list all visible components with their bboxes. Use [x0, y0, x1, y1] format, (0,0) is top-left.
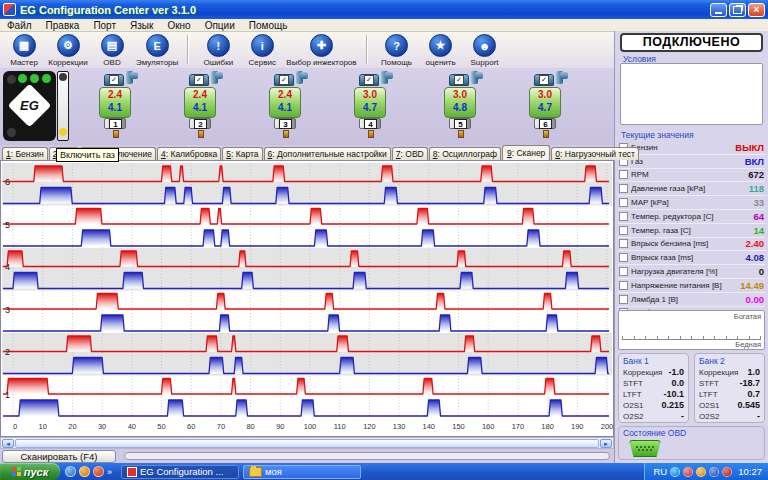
x-axis-tick-label: 110 [334, 422, 346, 431]
x-axis-tick-label: 170 [512, 422, 525, 431]
obd-button[interactable]: ▤OBD [90, 34, 134, 67]
logo-dot-green [30, 74, 39, 83]
tab-8[interactable]: 8: Осциллограф [429, 147, 501, 160]
support-button[interactable]: ☻Support [463, 34, 507, 67]
current-values-label: Текущие значения [621, 130, 694, 140]
quick-launch: » [60, 466, 117, 477]
value-checkbox[interactable] [619, 295, 628, 304]
service-button[interactable]: iСервис [240, 34, 284, 67]
injector-nozzle [198, 130, 204, 138]
help-icon: ? [385, 34, 408, 57]
tab-10[interactable]: 0: Нагрузочный тест [551, 147, 639, 160]
x-axis-tick-label: 120 [363, 422, 376, 431]
conditions-listbox[interactable] [620, 63, 763, 125]
scroll-left-icon[interactable]: ◄ [2, 439, 14, 448]
taskbar: пуск » EG Configuration ...моя RU 10:27 [0, 463, 768, 480]
injector-checkbox[interactable]: ✓ [539, 75, 549, 85]
close-button[interactable]: × [748, 3, 765, 17]
bank-row-value: 0.7 [747, 389, 760, 400]
injector-checkbox[interactable]: ✓ [364, 75, 374, 85]
tray-icon-2[interactable] [683, 467, 693, 477]
quick-launch-icon-3[interactable] [93, 466, 104, 477]
value-number: 2.40 [746, 238, 765, 249]
menu-item-Язык[interactable]: Язык [123, 20, 160, 31]
injector-checkbox[interactable]: ✓ [194, 75, 204, 85]
lambda-tick [760, 336, 761, 339]
start-button[interactable]: пуск [0, 463, 60, 480]
bank-row-value: 1.0 [747, 367, 760, 378]
toolbar-label: OBD [103, 58, 120, 67]
value-checkbox[interactable] [619, 170, 628, 179]
value-row: Давление газа [kPa]118 [618, 182, 765, 196]
toolbar-label: Ошибки [203, 58, 233, 67]
tray-icon-1[interactable] [670, 467, 680, 477]
bank-row: Коррекция1.0 [699, 367, 760, 378]
scroll-right-icon[interactable]: ► [600, 439, 612, 448]
injector-checkbox[interactable]: ✓ [454, 75, 464, 85]
menu-item-Опции[interactable]: Опции [198, 20, 242, 31]
quick-launch-overflow-icon[interactable]: » [107, 467, 112, 477]
tray-icon-5[interactable] [722, 467, 732, 477]
tab-1[interactable]: 1: Бензин [2, 147, 48, 160]
channel-label-2: 2 [5, 347, 10, 357]
lambda-tick [703, 336, 704, 339]
obd-status-box: Состояние OBD [618, 426, 765, 460]
bank-row-label: O2S1 [699, 400, 719, 411]
errors-button[interactable]: !Ошибки [196, 34, 240, 67]
minimize-button[interactable] [710, 3, 727, 17]
help-button[interactable]: ?Помощь [375, 34, 419, 67]
menu-item-Помощь[interactable]: Помощь [242, 20, 295, 31]
value-checkbox[interactable] [619, 198, 628, 207]
value-checkbox[interactable] [619, 184, 628, 193]
logo-dot-green [42, 74, 51, 83]
value-number: 14.49 [740, 280, 764, 291]
value-checkbox[interactable] [619, 267, 628, 276]
x-axis-tick-label: 80 [246, 422, 254, 431]
bank-row-label: Коррекция [699, 367, 738, 378]
bank-row: O2S2- [699, 411, 760, 422]
tab-7[interactable]: 7: OBD [392, 147, 428, 160]
menu-item-Файл[interactable]: Файл [0, 20, 39, 31]
injector-select-button[interactable]: ✚Выбор инжекторов [284, 34, 358, 67]
value-checkbox[interactable] [619, 239, 628, 248]
chart-horizontal-scrollbar[interactable]: ◄ ► [0, 437, 614, 449]
tab-6[interactable]: 6: Дополнительные настройки [264, 147, 391, 160]
emulators-button[interactable]: EЭмуляторы [134, 34, 180, 67]
tab-5[interactable]: 5: Карта [222, 147, 262, 160]
injector-checkbox[interactable]: ✓ [279, 75, 289, 85]
master-icon: ▦ [13, 34, 36, 57]
value-checkbox[interactable] [619, 253, 628, 262]
injector-checkbox[interactable]: ✓ [109, 75, 119, 85]
menu-item-Окно[interactable]: Окно [160, 20, 197, 31]
channel-label-5: 5 [5, 220, 10, 230]
clock[interactable]: 10:27 [738, 466, 762, 477]
tab-4[interactable]: 4: Калибровка [157, 147, 221, 160]
language-indicator[interactable]: RU [653, 466, 667, 477]
menu-item-Правка[interactable]: Правка [39, 20, 87, 31]
quick-launch-icon-2[interactable] [79, 466, 90, 477]
x-axis-tick-label: 180 [541, 422, 554, 431]
tray-icon-4[interactable] [709, 467, 719, 477]
value-checkbox[interactable] [619, 226, 628, 235]
quick-launch-icon-1[interactable] [65, 466, 76, 477]
indicator-dot-yellow [59, 128, 67, 136]
value-checkbox[interactable] [619, 281, 628, 290]
taskbar-task-folder[interactable]: моя [243, 465, 361, 479]
bank-row-value: -1.0 [668, 367, 684, 378]
value-label: Лямбда 1 [B] [631, 295, 746, 304]
tray-icon-3[interactable] [696, 467, 706, 477]
value-label: Темпер. редуктора [C] [631, 212, 753, 221]
menu-item-Порт[interactable]: Порт [86, 20, 123, 31]
scrollbar-thumb[interactable] [15, 439, 599, 448]
corrections-button[interactable]: ⚙Коррекции [46, 34, 90, 67]
restore-button[interactable] [729, 3, 746, 17]
eg-configuration-center-window: EG Configuration Center ver 3.1.0 × Файл… [0, 0, 768, 480]
obd-icon: ▤ [101, 34, 124, 57]
value-checkbox[interactable] [619, 212, 628, 221]
taskbar-task-app[interactable]: EG Configuration ... [121, 465, 239, 479]
logo-dot-gray [7, 75, 16, 84]
master-button[interactable]: ▦Мастер [2, 34, 46, 67]
rate-button[interactable]: ★оценить [419, 34, 463, 67]
scan-button[interactable]: Сканировать (F4) [2, 450, 116, 463]
tab-9[interactable]: 9: Сканер [502, 145, 550, 160]
